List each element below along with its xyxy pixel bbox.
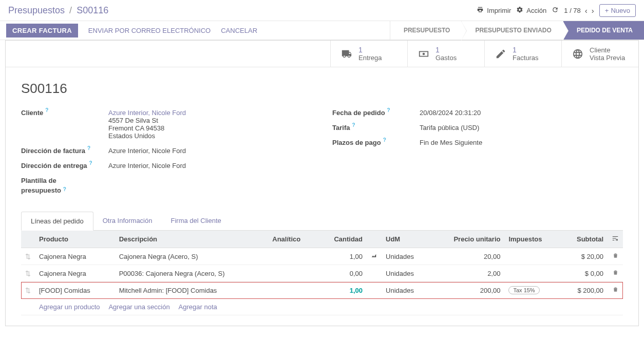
pager-prev[interactable]: ‹ xyxy=(585,6,588,15)
add-product-button[interactable]: Agregar un producto xyxy=(39,303,100,311)
truck-icon xyxy=(341,48,352,60)
drag-handle-icon[interactable]: ⇅ xyxy=(21,282,35,299)
trash-icon[interactable] xyxy=(608,248,623,265)
cell-descripcion[interactable]: Mitchell Admin: [FOOD] Comidas xyxy=(115,282,269,299)
help-icon[interactable]: ? xyxy=(63,186,66,192)
help-icon[interactable]: ? xyxy=(387,107,390,113)
cell-cantidad[interactable]: 1,00 xyxy=(317,282,367,299)
cell-analitico[interactable] xyxy=(268,265,317,282)
col-analitico[interactable]: Analítico xyxy=(268,231,317,248)
cell-subtotal: $ 0,00 xyxy=(560,265,608,282)
cell-impuestos[interactable]: Tax 15% xyxy=(504,282,560,299)
help-icon[interactable]: ? xyxy=(383,137,386,143)
table-row[interactable]: ⇅ Cajonera Negra P00036: Cajonera Negra … xyxy=(21,265,623,282)
status-pedido-de-venta[interactable]: PEDIDO DE VENTA xyxy=(563,21,644,40)
page-title: S00116 xyxy=(21,81,623,97)
cell-udm[interactable]: Unidades xyxy=(382,265,430,282)
cell-precio[interactable]: 20,00 xyxy=(430,248,504,265)
stat-preview[interactable]: Cliente Vista Previa xyxy=(561,41,638,67)
col-producto[interactable]: Producto xyxy=(35,231,115,248)
entrega-label: Dirección de entrega xyxy=(21,162,87,170)
cell-impuestos[interactable] xyxy=(504,265,560,282)
gear-icon xyxy=(516,6,523,15)
col-impuestos[interactable]: Impuestos xyxy=(504,231,560,248)
tax-chip[interactable]: Tax 15% xyxy=(508,286,539,294)
cell-cantidad[interactable]: 0,00 xyxy=(317,265,367,282)
actionbar: CREAR FACTURA ENVIAR POR CORREO ELECTRÓN… xyxy=(0,21,644,40)
cell-producto[interactable]: Cajonera Negra xyxy=(35,248,115,265)
help-icon[interactable]: ? xyxy=(352,122,355,128)
money-icon xyxy=(418,48,429,60)
pencil-square-icon xyxy=(495,48,506,60)
fecha-label: Fecha de pedido xyxy=(332,109,385,117)
factura-label: Dirección de factura xyxy=(21,147,85,155)
drag-handle-icon[interactable]: ⇅ xyxy=(21,248,35,265)
col-descripcion[interactable]: Descripción xyxy=(115,231,269,248)
stat-delivery-label: Entrega xyxy=(358,54,382,62)
stat-invoices[interactable]: 1 Facturas xyxy=(484,41,561,67)
cell-descripcion[interactable]: Cajonera Negra (Acero, S) xyxy=(115,248,269,265)
fecha-value[interactable]: 20/08/2024 20:31:20 xyxy=(420,109,623,117)
cell-analitico[interactable] xyxy=(268,248,317,265)
tab-other-info[interactable]: Otra Información xyxy=(93,212,162,230)
add-section-button[interactable]: Agregar una sección xyxy=(108,303,169,311)
col-subtotal[interactable]: Subtotal xyxy=(560,231,608,248)
trash-icon[interactable] xyxy=(608,265,623,282)
tab-signature[interactable]: Firma del Cliente xyxy=(161,212,230,230)
plazos-value[interactable]: Fin de Mes Siguiente xyxy=(420,139,623,146)
col-udm[interactable]: UdM xyxy=(382,231,430,248)
new-button[interactable]: + Nuevo xyxy=(599,4,636,17)
cell-udm[interactable]: Unidades xyxy=(382,282,430,299)
cell-cantidad[interactable]: 1,00 xyxy=(317,248,367,265)
help-icon[interactable]: ? xyxy=(89,160,92,166)
table-row[interactable]: ⇅ [FOOD] Comidas Mitchell Admin: [FOOD] … xyxy=(21,282,623,299)
drag-handle-icon[interactable]: ⇅ xyxy=(21,265,35,282)
stat-delivery[interactable]: 1 Entrega xyxy=(330,41,407,67)
table-row[interactable]: ⇅ Cajonera Negra Cajonera Negra (Acero, … xyxy=(21,248,623,265)
cell-descripcion[interactable]: P00036: Cajonera Negra (Acero, S) xyxy=(115,265,269,282)
print-label: Imprimir xyxy=(487,7,511,14)
reload-button[interactable] xyxy=(552,6,559,15)
sheet: 1 Entrega 1 Gastos 1 Facturas xyxy=(5,40,639,326)
cell-producto[interactable]: [FOOD] Comidas xyxy=(35,282,115,299)
print-button[interactable]: Imprimir xyxy=(477,6,511,15)
cancel-button[interactable]: CANCELAR xyxy=(221,27,257,34)
cell-impuestos[interactable] xyxy=(504,248,560,265)
plazos-label: Plazos de pago xyxy=(332,139,381,146)
topbar: Presupuestos / S00116 Imprimir Acción 1 … xyxy=(0,0,644,21)
action-button[interactable]: Acción xyxy=(516,6,546,15)
cliente-name[interactable]: Azure Interior, Nicole Ford xyxy=(108,109,312,117)
stat-invoices-count: 1 xyxy=(513,46,539,54)
tab-order-lines[interactable]: Líneas del pedido xyxy=(21,212,93,231)
status-presupuesto-enviado[interactable]: PRESUPUESTO ENVIADO xyxy=(461,21,562,40)
trash-icon[interactable] xyxy=(608,282,623,299)
area-chart-icon[interactable] xyxy=(367,248,382,265)
cliente-value[interactable]: Azure Interior, Nicole Ford 4557 De Silv… xyxy=(108,109,312,140)
cliente-city: Fremont CA 94538 xyxy=(108,124,312,132)
col-cantidad[interactable]: Cantidad xyxy=(317,231,367,248)
pager-next[interactable]: › xyxy=(592,6,594,15)
breadcrumb-root[interactable]: Presupuestos xyxy=(8,5,65,15)
cell-precio[interactable]: 2,00 xyxy=(430,265,504,282)
help-icon[interactable]: ? xyxy=(87,145,90,151)
stat-expenses[interactable]: 1 Gastos xyxy=(407,41,484,67)
tarifa-value[interactable]: Tarifa pública (USD) xyxy=(420,124,623,131)
status-flow: PRESUPUESTO PRESUPUESTO ENVIADO PEDIDO D… xyxy=(390,21,644,40)
cell-udm[interactable]: Unidades xyxy=(382,248,430,265)
add-note-button[interactable]: Agregar nota xyxy=(179,303,217,311)
status-presupuesto[interactable]: PRESUPUESTO xyxy=(390,21,461,40)
col-precio[interactable]: Precio unitario xyxy=(430,231,504,248)
entrega-value[interactable]: Azure Interior, Nicole Ford xyxy=(108,162,312,170)
cell-precio[interactable]: 200,00 xyxy=(430,282,504,299)
reload-icon xyxy=(552,6,559,15)
tarifa-label: Tarifa xyxy=(332,124,350,131)
factura-value[interactable]: Azure Interior, Nicole Ford xyxy=(108,147,312,155)
cell-producto[interactable]: Cajonera Negra xyxy=(35,265,115,282)
plantilla-value[interactable] xyxy=(108,177,312,194)
cell-analitico[interactable] xyxy=(268,282,317,299)
cliente-label: Cliente xyxy=(21,109,43,117)
col-settings-icon[interactable] xyxy=(608,231,623,248)
help-icon[interactable]: ? xyxy=(45,107,48,113)
create-invoice-button[interactable]: CREAR FACTURA xyxy=(6,24,78,37)
send-email-button[interactable]: ENVIAR POR CORREO ELECTRÓNICO xyxy=(88,27,211,34)
